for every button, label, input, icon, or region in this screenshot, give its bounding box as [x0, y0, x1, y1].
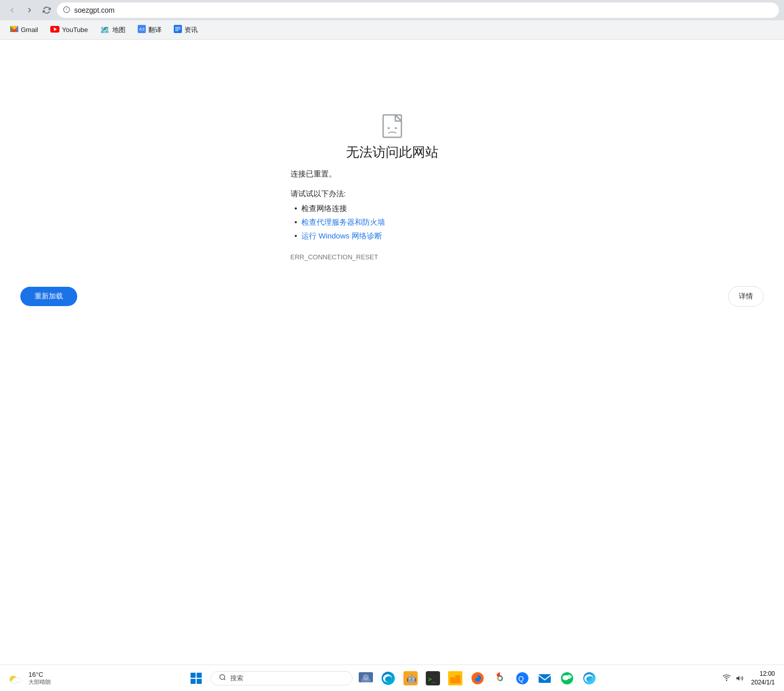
svg-rect-9	[175, 27, 181, 27]
info-icon	[63, 6, 70, 15]
taskbar-search[interactable]: 搜索	[210, 671, 353, 685]
qq-icon[interactable]: Q	[513, 669, 531, 687]
taskview-icon[interactable]	[357, 669, 375, 687]
suggestion-link-3[interactable]: 运行 Windows 网络诊断	[301, 231, 382, 241]
edge2-icon[interactable]	[580, 669, 599, 687]
clock[interactable]: 12:00 2024/1/1	[748, 669, 778, 688]
browser-chrome: soezgpt.com Gmail	[0, 0, 784, 40]
try-label: 请试试以下办法:	[291, 189, 494, 199]
bookmarks-bar: Gmail YouTube 🗺️ 地图 A 文	[0, 20, 784, 40]
svg-point-19	[219, 674, 224, 679]
svg-point-13	[388, 127, 390, 129]
page-content: 无法访问此网站 连接已重置。 请试试以下办法: 检查网络连接 检查代理服务器和防…	[0, 40, 784, 492]
error-icon	[377, 111, 407, 143]
address-text: soezgpt.com	[74, 6, 114, 14]
svg-line-20	[224, 678, 225, 680]
youtube-label: YouTube	[62, 26, 88, 34]
date: 2024/1/1	[751, 678, 775, 687]
edge-taskbar-icon[interactable]	[379, 669, 397, 687]
taskbar-center: 搜索	[186, 668, 599, 688]
youtube-icon	[50, 26, 59, 34]
svg-point-14	[395, 127, 397, 129]
firefox-icon[interactable]	[468, 669, 487, 687]
terminal-icon[interactable]: >_	[424, 669, 442, 687]
search-icon	[219, 674, 226, 683]
svg-point-43	[567, 675, 572, 679]
suggestion-list: 检查网络连接 检查代理服务器和防火墙 运行 Windows 网络诊断	[291, 204, 494, 241]
forward-button[interactable]	[22, 3, 37, 17]
svg-rect-40	[539, 674, 551, 683]
suggestion-item-3[interactable]: 运行 Windows 网络诊断	[291, 231, 494, 241]
windows-logo	[191, 673, 202, 684]
svg-text:Q: Q	[518, 675, 524, 683]
reload-page-button[interactable]: 重新加载	[20, 287, 77, 306]
svg-point-45	[727, 680, 727, 680]
maps-icon: 🗺️	[100, 25, 110, 35]
nav-bar: soezgpt.com	[0, 0, 784, 20]
action-row: 重新加载 详情	[0, 276, 784, 317]
start-button[interactable]	[186, 668, 206, 688]
gmail-label: Gmail	[21, 26, 38, 34]
suggestion-item-2[interactable]: 检查代理服务器和防火墙	[291, 218, 494, 227]
bookmark-gmail[interactable]: Gmail	[5, 24, 43, 36]
taskbar-left: 16°C 大部晴朗	[6, 669, 51, 687]
bookmark-translate[interactable]: A 文 翻译	[133, 23, 167, 37]
gmail-icon	[10, 26, 18, 34]
bookmark-youtube[interactable]: YouTube	[45, 24, 93, 36]
error-title: 无法访问此网站	[346, 143, 438, 161]
chrome-icon[interactable]	[491, 669, 509, 687]
svg-text:文: 文	[142, 27, 145, 31]
reload-button[interactable]	[40, 3, 54, 17]
error-body: 连接已重置。 请试试以下办法: 检查网络连接 检查代理服务器和防火墙 运行 Wi…	[291, 169, 494, 261]
weather-widget[interactable]: 16°C 大部晴朗	[6, 669, 51, 687]
svg-text:🤖: 🤖	[406, 674, 417, 683]
maps-label: 地图	[112, 25, 126, 35]
weather-desc: 大部晴朗	[28, 678, 51, 686]
back-button[interactable]	[5, 3, 19, 17]
svg-text:>_: >_	[428, 675, 436, 683]
taskbar-right: 12:00 2024/1/1	[722, 669, 778, 688]
time: 12:00	[751, 670, 775, 678]
files-icon[interactable]	[446, 669, 464, 687]
system-tray	[722, 673, 745, 683]
weather-text: 16°C 大部晴朗	[28, 671, 51, 686]
address-bar[interactable]: soezgpt.com	[57, 3, 779, 18]
bookmark-news[interactable]: 资讯	[169, 23, 203, 37]
translate-label: 翻译	[148, 25, 162, 35]
wechat-icon[interactable]	[558, 669, 576, 687]
suggestion-link-2[interactable]: 检查代理服务器和防火墙	[301, 218, 385, 227]
news-icon	[174, 25, 182, 35]
weather-temp: 16°C	[28, 671, 51, 678]
news-label: 资讯	[184, 25, 198, 35]
taskbar: 16°C 大部晴朗 搜索	[0, 665, 784, 691]
error-code: ERR_CONNECTION_RESET	[291, 253, 494, 261]
details-button[interactable]: 详情	[728, 286, 764, 307]
volume-icon[interactable]	[735, 673, 745, 683]
svg-point-18	[13, 678, 17, 682]
svg-rect-11	[175, 31, 179, 31]
svg-point-23	[361, 678, 371, 683]
suggestion-text-1: 检查网络连接	[301, 204, 347, 214]
svg-point-37	[498, 677, 501, 680]
copilot-icon[interactable]: 🤖	[401, 669, 420, 687]
weather-icon	[6, 669, 24, 687]
bookmark-maps[interactable]: 🗺️ 地图	[95, 23, 131, 37]
search-placeholder: 搜索	[230, 674, 243, 683]
network-icon[interactable]	[722, 673, 732, 683]
suggestion-item-1: 检查网络连接	[291, 204, 494, 214]
connection-reset-text: 连接已重置。	[291, 169, 494, 179]
email-icon[interactable]	[536, 669, 554, 687]
svg-rect-10	[175, 28, 181, 29]
svg-rect-31	[450, 675, 455, 677]
translate-icon: A 文	[138, 25, 146, 35]
